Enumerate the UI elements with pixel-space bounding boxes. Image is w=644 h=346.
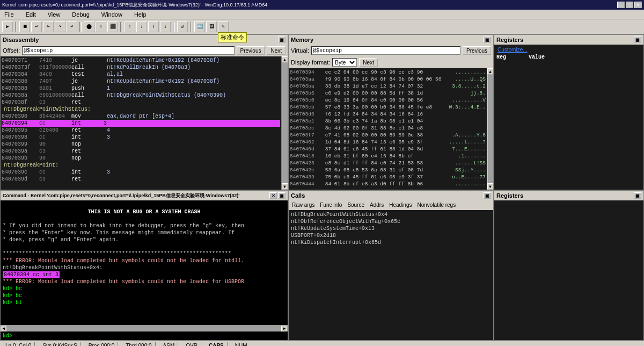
toolbar-sep-1 — [15, 22, 17, 32]
close-button[interactable]: ✕ — [634, 2, 642, 8]
table-row: 840703b5 c0 e9 d2 00 00 00 88 5d ff 38 1… — [290, 90, 486, 97]
toolbar-btn-8[interactable]: ○ — [96, 21, 106, 32]
mem-prev-button[interactable]: Previous — [463, 46, 491, 55]
hscroll-left-btn[interactable]: ◄ — [1, 326, 7, 332]
scroll-track[interactable] — [282, 63, 288, 183]
table-row: 840703867407je nt!KeUpdateRunTime+0x192 … — [2, 78, 280, 85]
cmd-line: ****************************************… — [3, 250, 286, 257]
toolbar-btn-6[interactable]: ⤶ — [67, 21, 77, 32]
table-row: 8407038484c0test al,al — [2, 71, 280, 78]
calls-content: nt!DbgBreakPointWithStatus+0x4nt!ObfRefe… — [289, 210, 493, 340]
toolbar-btn-16[interactable]: 🖼 — [206, 21, 217, 32]
toolbar-btn-3[interactable]: ↩ — [31, 21, 42, 32]
disassembly-vscroll[interactable]: ▲ ▼ — [281, 56, 288, 190]
memory-content-area: 84070394 cc c2 04 00 cc 90 c3 90 cc c3 9… — [289, 68, 493, 190]
command-output: THIS IS NOT A BUG OR A SYSTEM CRASH* If … — [1, 200, 288, 325]
memory-dock-btn[interactable]: ▣ — [484, 37, 491, 43]
table-row: nt!DbgBreakPoint: — [2, 162, 280, 169]
command-hscroll[interactable]: ◄ ► — [1, 325, 288, 331]
disassembly-panel: Disassembly ▣ Offset: Previous Next 8407… — [0, 34, 288, 190]
status-num: NUM — [232, 342, 251, 347]
table-row: 840703717410je nt!KeUpdateRunTime+0x192 … — [2, 57, 280, 64]
hscroll-track[interactable] — [7, 326, 281, 331]
toolbar-btn-11[interactable]: ↓ — [136, 21, 147, 32]
calls-tab-source[interactable]: Source — [345, 200, 367, 209]
table-row: 84070439 75 0b c6 45 ff 01 c6 05 e9 3f 3… — [290, 174, 486, 181]
offset-input[interactable] — [22, 46, 234, 55]
menu-item-view[interactable]: View — [45, 11, 64, 18]
cmd-line: * press the "Enter" key now. This messag… — [3, 229, 286, 236]
command-panel: Command - Kernel 'com:pipe,resets=0,reco… — [0, 190, 288, 341]
disassembly-dock-btn[interactable]: ▣ — [278, 37, 286, 43]
memory-vscroll[interactable]: ▲ ▼ — [487, 68, 493, 190]
hscroll-right-btn[interactable]: ► — [281, 326, 288, 332]
calls-tab-func-info[interactable]: Func info — [318, 200, 344, 209]
table-row: 8407039ac3ret — [2, 148, 280, 155]
list-item: nt!KiDispatchInterrupt+0x65d — [291, 239, 491, 246]
toolbar-btn-9[interactable]: ⬛ — [107, 21, 118, 32]
list-item: USBPORT+0x2d18 — [291, 232, 491, 239]
toolbar-btn-5[interactable]: ↷ — [55, 21, 65, 32]
table-row: 8407040d 37 84 01 c6 45 ff 01 88 1d 04 8… — [290, 146, 486, 153]
display-format-select[interactable]: Byte Short Long — [332, 58, 357, 67]
table-row: 84070423 e8 8c d1 ff ff 84 c0 74 21 53 5… — [290, 160, 486, 167]
command-close-btn[interactable]: ✕ — [269, 192, 277, 199]
toolbar-btn-1[interactable]: ▶ — [2, 21, 13, 32]
registers-dock-btn[interactable]: ▣ — [634, 37, 641, 43]
maximize-button[interactable]: □ — [626, 2, 633, 8]
table-row: 8407038fc3ret — [2, 99, 280, 106]
next-button[interactable]: Next — [267, 46, 286, 55]
toolbar-btn-4[interactable]: ↪ — [43, 21, 54, 32]
toolbar-btn-17[interactable]: ✎ — [218, 21, 229, 32]
status-proc: Proc 000:0 — [85, 342, 118, 347]
toolbar-btn-2[interactable]: ⏹ — [19, 21, 30, 32]
calls-tab-addrs[interactable]: Addrs — [368, 200, 386, 209]
cmd-line: THIS IS NOT A BUG OR A SYSTEM CRASH — [3, 208, 286, 215]
status-caps: CAPS — [206, 342, 228, 347]
calls-tab-headings[interactable]: Headings — [387, 200, 414, 209]
prev-button[interactable]: Previous — [237, 46, 265, 55]
memory-format-row: Display format: Byte Short Long Next — [289, 56, 493, 68]
toolbar-btn-13[interactable]: ⇓ — [160, 21, 171, 32]
menu-item-window[interactable]: Window — [98, 11, 126, 18]
calls-tab-nonvolatile-regs[interactable]: Nonvolatile regs — [415, 200, 458, 209]
minimize-button[interactable]: – — [617, 2, 625, 8]
cmd-line: * does, press "g" and "Enter" again. — [3, 236, 286, 243]
calls-tab-raw-args[interactable]: Raw args — [290, 200, 317, 209]
command-dock-btn[interactable]: ▣ — [278, 192, 286, 199]
calls-dock-btn[interactable]: ▣ — [484, 192, 491, 199]
scroll-up-btn[interactable]: ▲ — [282, 56, 288, 63]
display-format-label: Display format: — [291, 59, 330, 66]
status-asm: ASM — [160, 342, 179, 347]
table-row: 840703e1 8b 06 3b c3 74 1a 8b 08 c1 e1 0… — [290, 118, 486, 125]
menu-item-debug[interactable]: Debug — [69, 11, 92, 18]
mem-next-button[interactable]: Next — [359, 58, 378, 67]
command-input-row: kd> — [1, 331, 288, 340]
cmd-line — [3, 243, 286, 250]
menu-item-edit[interactable]: Edit — [23, 11, 39, 18]
toolbar-btn-12[interactable]: ⇑ — [148, 21, 159, 32]
registers-content: Customize... Reg Value — [494, 45, 643, 190]
menu-item-help[interactable]: Help — [131, 11, 150, 18]
scroll-down-btn[interactable]: ▼ — [282, 183, 288, 190]
command-input[interactable] — [12, 333, 286, 339]
offset-label: Offset: — [3, 47, 20, 54]
registers-right-dock-btn[interactable]: ▣ — [634, 192, 641, 199]
table-row: 8407039990nop — [2, 141, 280, 148]
customize-link[interactable]: Customize... — [497, 47, 528, 53]
toolbar-btn-7[interactable]: ⬤ — [84, 21, 94, 32]
memory-content: 84070394 cc c2 04 00 cc 90 c3 90 cc c3 9… — [289, 68, 487, 190]
cmd-line: 84070394 cc int 3 — [3, 271, 60, 278]
memory-panel: Memory ▣ Virtual: Previous Display forma… — [288, 34, 494, 190]
mem-scroll-track[interactable] — [488, 75, 493, 183]
virtual-input[interactable] — [311, 46, 460, 55]
toolbar-btn-15[interactable]: 🔤 — [194, 21, 205, 32]
cmd-line: kd> bl — [3, 299, 286, 306]
mem-scroll-down-btn[interactable]: ▼ — [487, 183, 494, 190]
toolbar-btn-14[interactable]: ↺ — [177, 21, 188, 32]
toolbar-btn-10[interactable]: ↑ — [125, 21, 135, 32]
toolbar-sep-4 — [173, 22, 175, 32]
menu-item-file[interactable]: File — [1, 11, 17, 18]
cmd-line — [3, 201, 286, 208]
mem-scroll-up-btn[interactable]: ▲ — [487, 68, 494, 75]
